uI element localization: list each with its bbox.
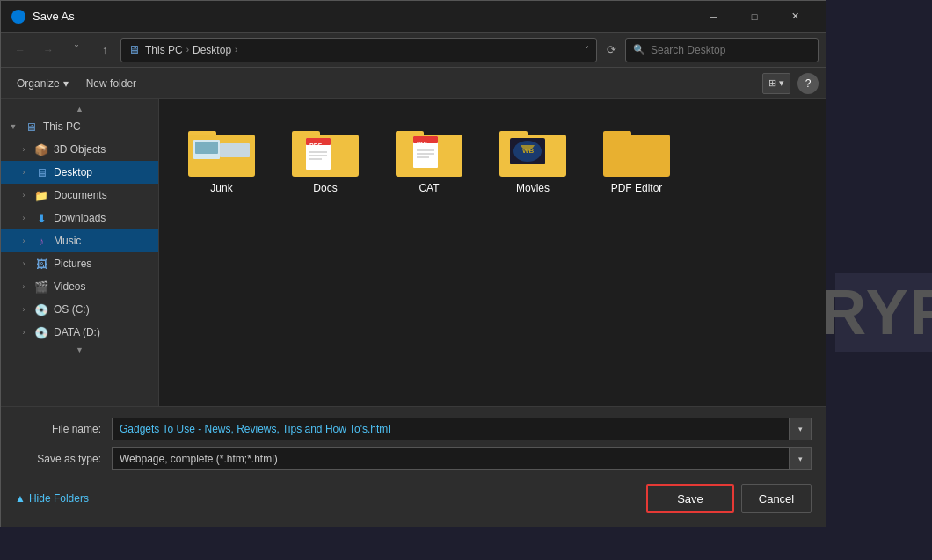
address-bar[interactable]: 🖥 This PC › Desktop › ˅	[120, 38, 597, 62]
scroll-down-indicator: ▼	[1, 344, 158, 356]
crypt-background-text: CRYPT	[835, 273, 932, 352]
organize-dropdown-icon: ▾	[63, 77, 69, 90]
dropdown-button[interactable]: ˅	[64, 38, 89, 62]
save-label: Save	[677, 492, 703, 505]
file-grid: Junk PDF Docs	[159, 99, 826, 406]
expand-icon-osc: ›	[18, 304, 29, 315]
title-bar-controls: ─ □ ✕	[694, 1, 815, 33]
file-item-junk[interactable]: Junk	[173, 113, 270, 201]
sidebar-item-os-c[interactable]: › 💿 OS (C:)	[1, 298, 158, 321]
documents-icon: 📁	[34, 188, 48, 202]
dialog-title: Save As	[33, 10, 694, 23]
breadcrumb-desktop: Desktop	[193, 44, 231, 56]
sidebar-label-downloads: Downloads	[54, 212, 106, 224]
forward-button[interactable]: →	[36, 38, 61, 62]
folder-icon-junk	[186, 119, 257, 178]
sidebar-label-documents: Documents	[54, 189, 107, 201]
file-name-dropdown[interactable]: ▾	[789, 418, 812, 440]
help-button[interactable]: ?	[797, 73, 819, 94]
sidebar-label-data-d: DATA (D:)	[54, 326, 100, 338]
organize-label: Organize	[17, 77, 60, 90]
up-button[interactable]: ↑	[92, 38, 117, 62]
view-dropdown-icon: ▾	[779, 77, 784, 89]
sidebar-item-pictures[interactable]: › 🖼 Pictures	[1, 252, 158, 275]
forward-icon: →	[43, 44, 54, 56]
svg-text:PDF: PDF	[417, 141, 430, 147]
search-input[interactable]	[651, 44, 811, 56]
expand-icon-music: ›	[18, 236, 29, 246]
datad-icon: 💿	[34, 325, 48, 339]
minimize-button[interactable]: ─	[694, 1, 734, 33]
svg-text:WB: WB	[522, 147, 535, 155]
back-button[interactable]: ←	[8, 38, 33, 62]
main-area: ▲ ▼ 🖥 This PC › 📦 3D Objects › 🖥 Desktop	[1, 99, 826, 406]
videos-icon: 🎬	[34, 280, 48, 294]
action-row: ▲ Hide Folders Save Cancel	[15, 477, 812, 516]
sidebar-item-this-pc[interactable]: ▼ 🖥 This PC	[1, 115, 158, 138]
svg-rect-28	[603, 131, 631, 140]
3dobjects-icon: 📦	[34, 142, 48, 156]
folder-icon-pdf-editor	[601, 119, 672, 178]
svg-rect-5	[220, 143, 250, 157]
maximize-button[interactable]: □	[734, 1, 775, 33]
refresh-button[interactable]: ⟳	[601, 40, 622, 61]
file-item-cat[interactable]: PDF CAT	[381, 113, 477, 201]
new-folder-button[interactable]: New folder	[77, 73, 145, 94]
cancel-label: Cancel	[759, 492, 794, 505]
sidebar-item-3d-objects[interactable]: › 📦 3D Objects	[1, 138, 158, 161]
search-bar[interactable]: 🔍	[625, 38, 819, 62]
osc-icon: 💿	[34, 302, 48, 316]
help-icon: ?	[805, 77, 812, 90]
action-toolbar: Organize ▾ New folder ⊞ ▾ ?	[1, 68, 826, 99]
sidebar-item-documents[interactable]: › 📁 Documents	[1, 184, 158, 207]
save-type-dropdown[interactable]: ▾	[789, 447, 812, 470]
sidebar-item-data-d[interactable]: › 💿 DATA (D:)	[1, 321, 158, 344]
folder-icon-docs: PDF	[290, 119, 360, 178]
back-icon: ←	[15, 44, 25, 56]
search-icon: 🔍	[633, 44, 645, 55]
address-dropdown-icon[interactable]: ˅	[585, 45, 589, 55]
breadcrumb-sep2: ›	[235, 45, 237, 55]
title-bar: Save As ─ □ ✕	[1, 1, 826, 33]
file-label-movies: Movies	[516, 182, 550, 196]
sidebar-label-music: Music	[54, 235, 81, 247]
save-as-dialog: Save As ─ □ ✕ ← → ˅ ↑ 🖥 This PC › Deskto…	[0, 0, 826, 527]
folder-icon-movies: WB	[498, 119, 568, 178]
sidebar-label-this-pc: This PC	[43, 120, 81, 133]
file-item-docs[interactable]: PDF Docs	[277, 113, 374, 201]
expand-icon-documents: ›	[18, 190, 29, 200]
file-name-row: File name: ▾	[15, 418, 812, 440]
expand-icon-videos: ›	[18, 281, 29, 292]
close-button[interactable]: ✕	[775, 1, 815, 33]
chevron-down-icon: ▲	[15, 492, 25, 505]
expand-icon-desktop: ›	[18, 167, 29, 178]
sidebar-item-music[interactable]: › ♪ Music	[1, 229, 158, 252]
view-button[interactable]: ⊞ ▾	[762, 73, 790, 94]
sidebar-item-downloads[interactable]: › ⬇ Downloads	[1, 207, 158, 229]
expand-icon-pictures: ›	[18, 258, 29, 269]
file-name-label: File name:	[15, 423, 112, 435]
file-name-input[interactable]	[112, 418, 789, 440]
file-item-movies[interactable]: WB Movies	[484, 113, 581, 201]
folder-icon-cat: PDF	[394, 119, 464, 178]
navigation-toolbar: ← → ˅ ↑ 🖥 This PC › Desktop › ˅ ⟳ 🔍	[1, 33, 826, 68]
sidebar: ▲ ▼ 🖥 This PC › 📦 3D Objects › 🖥 Desktop	[1, 99, 159, 406]
save-type-select[interactable]: Webpage, complete (*.htm;*.html) Webpage…	[112, 447, 789, 470]
organize-button[interactable]: Organize ▾	[8, 73, 77, 94]
sidebar-label-pictures: Pictures	[54, 258, 91, 270]
save-button[interactable]: Save	[646, 484, 734, 513]
file-label-junk: Junk	[210, 182, 232, 196]
expand-icon-datad: ›	[18, 327, 29, 338]
svg-text:PDF: PDF	[309, 142, 323, 149]
sidebar-item-desktop[interactable]: › 🖥 Desktop	[1, 161, 158, 184]
file-item-pdf-editor[interactable]: PDF Editor	[588, 113, 685, 201]
expand-icon-this-pc: ▼	[8, 121, 18, 132]
sidebar-item-videos[interactable]: › 🎬 Videos	[1, 275, 158, 298]
dialog-icon	[11, 10, 25, 24]
desktop-icon: 🖥	[34, 165, 48, 179]
sidebar-label-desktop: Desktop	[54, 166, 92, 178]
hide-folders-toggle[interactable]: ▲ Hide Folders	[15, 492, 639, 505]
view-icon: ⊞	[768, 77, 776, 89]
cancel-button[interactable]: Cancel	[741, 484, 812, 513]
music-icon: ♪	[34, 234, 48, 248]
